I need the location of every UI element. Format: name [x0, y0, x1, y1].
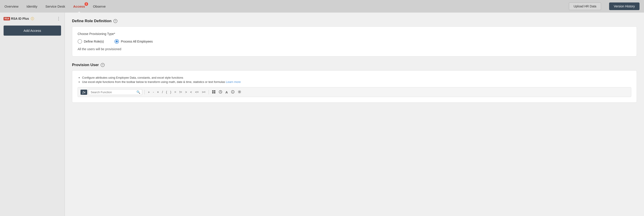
provision-bullet-list: Configure attributes using Employee Data… [78, 76, 631, 84]
define-role-title: Define Role Definition ? [72, 19, 637, 23]
define-role-help-icon[interactable]: ? [113, 19, 118, 23]
info-toolbar-icon [231, 90, 234, 94]
nav-observe[interactable]: Observe [93, 4, 106, 9]
toolbar-less-btn[interactable]: < [189, 90, 193, 94]
nav-access[interactable]: Access 1 [73, 4, 85, 9]
bullet-item-2: Use excel-style functions from the toolb… [82, 80, 631, 84]
radio-process-all-label: Process All Employees [121, 40, 152, 43]
fx-badge: ƒx [80, 90, 87, 95]
toolbar-not-equals-btn[interactable]: != [178, 90, 183, 94]
radio-process-all[interactable]: Process All Employees [114, 39, 152, 44]
toolbar-gte-btn[interactable]: >= [201, 90, 206, 94]
svg-rect-1 [214, 90, 215, 92]
search-function-input[interactable] [90, 90, 136, 94]
rsa-logo: RSA RSA ID Plus i [4, 17, 34, 20]
toolbar-minus-btn[interactable]: - [152, 90, 155, 94]
nav-identity[interactable]: Identity [26, 4, 37, 9]
main-content: Define Role Definition ? Choose Provisio… [65, 13, 644, 216]
radio-define-roles[interactable]: Define Role(s) [78, 39, 104, 44]
nav-overview[interactable]: Overview [4, 4, 18, 9]
radio-process-all-circle[interactable] [114, 39, 119, 44]
provision-user-help-icon[interactable]: ? [100, 63, 105, 67]
formula-toolbar: ƒx 🔍 + - × / ( ) = != > < <= [78, 87, 631, 97]
svg-point-6 [232, 91, 233, 91]
clock-icon [219, 90, 222, 94]
svg-point-7 [239, 91, 240, 92]
radio-define-roles-label: Define Role(s) [84, 40, 104, 43]
radio-define-roles-circle[interactable] [78, 39, 82, 44]
toolbar-info-btn[interactable] [230, 90, 236, 95]
toolbar-multiply-btn[interactable]: × [156, 90, 160, 94]
toolbar-greater-btn[interactable]: > [184, 90, 188, 94]
sidebar: RSA RSA ID Plus i ⋮ Add Access [0, 13, 65, 216]
toolbar-equals-btn[interactable]: = [174, 90, 177, 94]
info-icon[interactable]: i [31, 17, 34, 20]
toolbar-font-btn[interactable]: A [224, 90, 229, 94]
toolbar-separator-1 [144, 90, 145, 94]
kebab-menu-icon[interactable]: ⋮ [56, 16, 61, 21]
radio-group: Define Role(s) Process All Employees [78, 39, 631, 44]
grid-icon [212, 90, 216, 94]
nav-service-desk[interactable]: Service Desk [46, 4, 65, 9]
toolbar-lte-btn[interactable]: <= [194, 90, 200, 94]
learn-more-link[interactable]: Learn more [226, 80, 240, 84]
main-layout: RSA RSA ID Plus i ⋮ Add Access Define Ro… [0, 13, 644, 216]
toolbar-divide-btn[interactable]: / [161, 90, 164, 94]
provisioning-label: Choose Provisioning Type* [78, 32, 631, 36]
svg-rect-3 [214, 92, 215, 93]
toolbar-plus-btn[interactable]: + [147, 90, 150, 94]
sidebar-app-title: RSA ID Plus [11, 17, 29, 20]
rsa-logo-box: RSA [4, 17, 10, 20]
search-function-input-wrapper: 🔍 [88, 89, 142, 95]
toolbar-grid-btn[interactable] [211, 90, 216, 95]
logo-area: RSA RSA ID Plus i [4, 17, 34, 20]
toolbar-close-paren-btn[interactable]: ) [169, 90, 172, 94]
top-nav: Overview Identity Service Desk Access 1 … [0, 0, 644, 13]
toolbar-settings-btn[interactable] [237, 90, 242, 95]
toolbar-open-paren-btn[interactable]: ( [165, 90, 168, 94]
provision-user-title: Provision User ? [72, 63, 637, 67]
gear-icon [238, 90, 241, 94]
define-role-card: Choose Provisioning Type* Define Role(s)… [72, 27, 637, 56]
provision-user-section: Provision User ? Configure attributes us… [72, 63, 637, 103]
search-icon: 🔍 [136, 90, 140, 94]
toolbar-clock-btn[interactable] [218, 90, 223, 95]
svg-rect-0 [212, 90, 214, 92]
provision-note: All the users will be provisioned [78, 47, 631, 51]
provision-user-card: Configure attributes using Employee Data… [72, 70, 637, 103]
svg-rect-2 [212, 92, 214, 93]
sidebar-header: RSA RSA ID Plus i ⋮ [4, 16, 61, 21]
version-history-button[interactable]: Version History [609, 3, 640, 10]
access-badge: 1 [84, 2, 88, 6]
add-access-button[interactable]: Add Access [4, 26, 61, 36]
upload-hr-data-button[interactable]: Upload HR Data [569, 3, 601, 10]
bullet-item-1: Configure attributes using Employee Data… [82, 76, 631, 79]
define-role-section: Define Role Definition ? Choose Provisio… [72, 19, 637, 56]
